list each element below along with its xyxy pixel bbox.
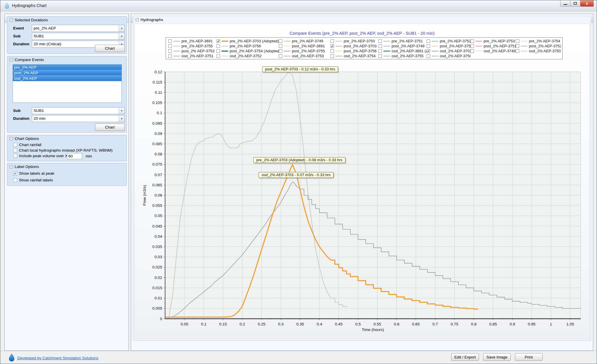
svg-text:0.75: 0.75	[451, 322, 458, 326]
svg-text:0.25: 0.25	[258, 322, 265, 326]
compare-duration-value: 20 min	[32, 115, 119, 122]
collapse-group-icon[interactable]: −	[10, 137, 13, 140]
app-window: Hydrographs Chart x Data « − Selected Du…	[0, 0, 597, 364]
chart-options-group: − Chart Options Chart rainfall Chart loc…	[7, 135, 127, 161]
sub-combo[interactable]: SUB1 ▼	[32, 33, 125, 40]
compare-event-item[interactable]: osd_2% AEP	[13, 76, 122, 81]
svg-text:0.1: 0.1	[157, 111, 162, 115]
svg-text:0.015: 0.015	[152, 286, 162, 290]
svg-text:0.85: 0.85	[489, 322, 497, 326]
compare-event-item[interactable]: pre_2% AEP	[13, 65, 122, 70]
app-icon	[4, 3, 10, 9]
svg-text:0.025: 0.025	[152, 265, 162, 269]
title-bar: Hydrographs Chart x	[0, 0, 597, 11]
chart-button[interactable]: Chart	[95, 45, 125, 52]
svg-text:0.05: 0.05	[181, 322, 188, 326]
svg-text:0.085: 0.085	[152, 142, 162, 146]
hydrographs-group: − Hydrographs Compare Events (pre_2% AEP…	[133, 16, 591, 341]
chart-button[interactable]: Chart	[95, 124, 125, 131]
svg-text:0.005: 0.005	[152, 306, 162, 311]
edit-export-button[interactable]: Edit / Export	[451, 353, 479, 361]
peak-value-label: osd_2% AEP-3703 - 0.07 m3/s - 0.33 hrs	[259, 172, 333, 178]
close-icon: x	[586, 1, 588, 6]
compare-events-group: − Compare Events pre_2% AEPpost_2% AEPos…	[7, 56, 127, 133]
dropdown-arrow-icon[interactable]: ▼	[119, 115, 124, 122]
svg-text:0.2: 0.2	[240, 322, 245, 326]
chart-local-hydrographs-label: Chart local hydrographs instead (XP-RAFT…	[19, 148, 113, 152]
collapse-group-icon[interactable]: −	[10, 165, 13, 168]
svg-text:0.12: 0.12	[155, 70, 162, 74]
svg-text:0.01: 0.01	[155, 296, 162, 300]
duration-label: Duration	[13, 116, 30, 121]
data-panel: Data « − Selected Durations Event pre_2%…	[4, 14, 129, 351]
sub-label: Sub	[13, 34, 21, 38]
svg-text:0.9: 0.9	[510, 322, 515, 326]
compare-events-title: Compare Events	[15, 58, 44, 62]
include-peak-volume-checkbox[interactable]	[13, 154, 17, 158]
label-options-group: − Label Options Show labels at peak Show…	[7, 163, 127, 186]
svg-text:0.055: 0.055	[152, 203, 162, 208]
label-options-title: Label Options	[15, 164, 39, 169]
svg-text:0.6: 0.6	[394, 322, 399, 326]
svg-text:Time (hours): Time (hours)	[362, 327, 384, 332]
sub-value: SUB1	[32, 33, 119, 39]
svg-text:0.02: 0.02	[155, 275, 162, 280]
svg-text:0.115: 0.115	[153, 80, 162, 84]
show-rainfall-labels-checkbox[interactable]	[13, 178, 17, 182]
dropdown-arrow-icon[interactable]: ▼	[119, 33, 124, 39]
svg-text:0.06: 0.06	[155, 193, 162, 197]
svg-text:0.4: 0.4	[317, 322, 322, 326]
svg-text:0.45: 0.45	[335, 322, 342, 326]
developer-credit-link[interactable]: Developed by Catchment Simulation Soluti…	[17, 356, 98, 360]
compare-sub-value: SUB1	[32, 108, 119, 114]
event-value: pre_2% AEP	[32, 25, 119, 32]
svg-text:0.3: 0.3	[278, 322, 284, 326]
sub-label: Sub	[13, 108, 21, 113]
svg-text:0.045: 0.045	[152, 224, 162, 228]
collapse-group-icon[interactable]: −	[10, 58, 13, 61]
compare-duration-combo[interactable]: 20 min ▼	[32, 115, 125, 122]
event-combo[interactable]: pre_2% AEP ▼	[32, 25, 125, 32]
svg-text:0.05: 0.05	[155, 214, 162, 218]
close-button[interactable]: x	[580, 0, 594, 7]
window-title: Hydrographs Chart	[12, 3, 46, 8]
minimize-button[interactable]	[560, 0, 570, 7]
collapse-group-icon[interactable]: −	[10, 18, 13, 22]
peak-value-label: post_2% AEP-3703 - 0.12 m3/s - 0.33 hrs	[262, 66, 338, 72]
svg-text:0.065: 0.065	[152, 183, 162, 187]
maximize-button[interactable]	[570, 0, 580, 7]
save-image-button[interactable]: Save Image	[483, 353, 511, 361]
chart-local-hydrographs-checkbox[interactable]	[13, 148, 17, 152]
svg-text:0.035: 0.035	[152, 245, 162, 249]
svg-text:0.08: 0.08	[155, 152, 162, 156]
maximize-icon	[574, 2, 577, 5]
svg-text:0.075: 0.075	[152, 162, 162, 167]
svg-text:0.15: 0.15	[219, 322, 227, 326]
svg-text:0.7: 0.7	[432, 322, 438, 326]
compare-sub-combo[interactable]: SUB1 ▼	[32, 107, 125, 114]
chart-area: Compare Events (pre_2% AEP, post_2% AEP,…	[134, 24, 590, 339]
peak-volume-input[interactable]	[67, 153, 82, 159]
show-labels-at-peak-checkbox[interactable]	[13, 171, 17, 176]
svg-text:0.03: 0.03	[155, 255, 162, 259]
svg-text:0.04: 0.04	[155, 234, 162, 239]
compare-event-item[interactable]: post_2% AEP	[13, 70, 122, 76]
print-button[interactable]: Print	[515, 353, 543, 361]
compare-events-list[interactable]: pre_2% AEPpost_2% AEPosd_2% AEP	[13, 64, 122, 103]
svg-text:0.095: 0.095	[152, 121, 162, 126]
svg-text:0.8: 0.8	[471, 322, 477, 326]
selected-durations-title: Selected Durations	[15, 18, 48, 22]
svg-text:Flow (m3/s): Flow (m3/s)	[142, 185, 147, 206]
svg-text:0.5: 0.5	[355, 322, 361, 326]
chart-rainfall-checkbox[interactable]	[13, 143, 17, 147]
dropdown-arrow-icon[interactable]: ▼	[119, 108, 124, 114]
collapse-group-icon[interactable]: −	[136, 18, 139, 21]
catchment-logo-icon	[8, 354, 15, 361]
svg-text:0.09: 0.09	[155, 131, 162, 136]
chart-rainfall-label: Chart rainfall	[19, 143, 41, 147]
show-labels-at-peak-label: Show labels at peak	[19, 171, 54, 176]
dropdown-arrow-icon[interactable]: ▼	[119, 25, 124, 32]
footer-bar: Developed by Catchment Simulation Soluti…	[0, 352, 597, 364]
duration-label: Duration	[13, 42, 30, 46]
event-label: Event	[13, 26, 24, 30]
